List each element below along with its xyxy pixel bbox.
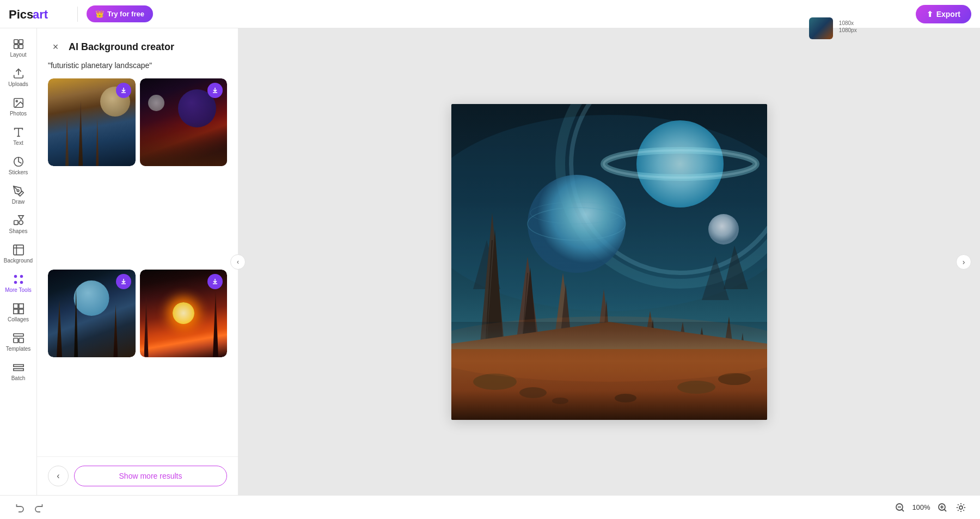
sidebar-item-more-tools-label: More Tools [5, 287, 32, 293]
result-image-2[interactable] [140, 78, 228, 166]
svg-line-75 [944, 509, 946, 511]
sidebar-item-templates[interactable]: Templates [2, 327, 35, 355]
svg-rect-5 [19, 45, 22, 48]
svg-point-34 [636, 120, 724, 207]
text-icon [13, 126, 24, 138]
back-icon: ‹ [57, 471, 59, 481]
canvas-area: › [238, 28, 980, 495]
chevron-right-icon: › [963, 258, 965, 266]
sidebar-item-batch-label: Batch [11, 375, 26, 381]
canvas-settings-button[interactable] [953, 499, 969, 516]
svg-point-20 [20, 281, 23, 284]
zoom-out-icon [895, 503, 905, 512]
shapes-icon [13, 215, 24, 227]
bottom-toolbar: 100% [0, 495, 980, 519]
svg-point-12 [17, 190, 19, 192]
svg-point-40 [708, 214, 739, 245]
sidebar-item-collages-label: Collages [8, 316, 29, 322]
result-image-1[interactable] [48, 78, 136, 166]
redo-button[interactable] [30, 499, 48, 516]
history-buttons [11, 499, 48, 516]
undo-button[interactable] [11, 499, 28, 516]
download-badge-1[interactable] [116, 83, 131, 98]
more-tools-icon [13, 273, 24, 285]
header-divider [77, 7, 78, 22]
sidebar-item-layout[interactable]: Layout [2, 33, 35, 61]
sidebar-item-uploads-label: Uploads [8, 81, 28, 87]
sidebar-item-stickers[interactable]: Stickers [2, 150, 35, 179]
photos-icon [13, 97, 24, 109]
image-grid [37, 78, 238, 456]
show-more-button[interactable]: Show more results [74, 466, 227, 486]
batch-icon [13, 362, 24, 374]
panel-collapse-button[interactable]: ‹ [230, 254, 246, 270]
svg-rect-29 [13, 369, 23, 371]
sidebar-item-draw[interactable]: Draw [2, 180, 35, 208]
zoom-out-button[interactable] [892, 499, 908, 516]
canvas-image [451, 104, 767, 420]
svg-point-18 [20, 275, 23, 278]
svg-point-19 [14, 281, 17, 284]
download-badge-4[interactable] [207, 274, 223, 289]
svg-rect-13 [14, 221, 17, 224]
result-image-4[interactable] [140, 270, 228, 357]
panel-header: × AI Background creator [37, 28, 238, 61]
sidebar-item-text[interactable]: Text [2, 121, 35, 149]
sidebar-item-background-label: Background [4, 258, 33, 264]
right-nav-arrow[interactable]: › [956, 254, 971, 270]
header-right: 1080x 1080px ⬆ Export [909, 5, 971, 23]
templates-icon [13, 332, 24, 344]
svg-point-76 [959, 506, 963, 509]
svg-rect-25 [13, 334, 23, 337]
sidebar-item-layout-label: Layout [10, 52, 26, 58]
try-free-label: Try for free [107, 10, 144, 18]
svg-rect-23 [13, 309, 17, 314]
export-icon: ⬆ [927, 10, 933, 19]
icon-sidebar: Layout Uploads Photos [0, 28, 37, 495]
sidebar-item-background[interactable]: Background [2, 239, 35, 267]
svg-rect-2 [14, 40, 17, 44]
layout-icon [13, 38, 24, 50]
svg-rect-26 [13, 338, 17, 343]
sidebar-item-batch[interactable]: Batch [2, 356, 35, 384]
zoom-in-icon [938, 503, 947, 512]
back-button[interactable]: ‹ [48, 466, 69, 486]
export-button[interactable]: ⬆ Export [916, 5, 971, 23]
download-badge-3[interactable] [116, 274, 131, 289]
download-badge-2[interactable] [207, 83, 223, 98]
main-area: Layout Uploads Photos [0, 28, 980, 495]
canvas-content [451, 104, 767, 420]
svg-point-8 [16, 100, 17, 102]
sidebar-item-shapes-label: Shapes [9, 228, 28, 234]
sidebar-item-photos-label: Photos [10, 111, 27, 117]
export-label: Export [936, 10, 960, 19]
svg-point-62 [519, 387, 547, 398]
sidebar-item-collages[interactable]: Collages [2, 297, 35, 326]
svg-text:Pics: Pics [9, 8, 33, 21]
sidebar-item-shapes[interactable]: Shapes [2, 209, 35, 237]
svg-text:art: art [33, 8, 48, 21]
zoom-in-button[interactable] [934, 499, 951, 516]
stickers-icon [13, 156, 24, 168]
background-icon [13, 244, 24, 256]
logo[interactable]: Pics art [9, 5, 69, 23]
sidebar-item-uploads[interactable]: Uploads [2, 62, 35, 90]
zoom-controls: 100% [892, 499, 969, 516]
sidebar-item-stickers-label: Stickers [9, 169, 28, 175]
canvas-thumbnail[interactable] [809, 17, 833, 39]
settings-icon [956, 503, 966, 512]
close-panel-button[interactable]: × [48, 39, 63, 54]
sidebar-item-photos[interactable]: Photos [2, 91, 35, 120]
try-free-button[interactable]: 👑 Try for free [87, 5, 153, 22]
result-image-3[interactable] [48, 270, 136, 357]
svg-marker-15 [19, 216, 23, 219]
sidebar-item-more-tools[interactable]: More Tools [2, 268, 35, 296]
undo-icon [15, 503, 24, 512]
svg-rect-28 [13, 365, 23, 367]
uploads-icon [13, 68, 24, 80]
svg-rect-22 [19, 304, 23, 308]
zoom-level-label: 100% [910, 503, 932, 511]
search-query-text: "futuristic planetary landscape" [48, 61, 152, 70]
svg-point-63 [677, 381, 715, 394]
crown-icon: 👑 [95, 10, 104, 18]
